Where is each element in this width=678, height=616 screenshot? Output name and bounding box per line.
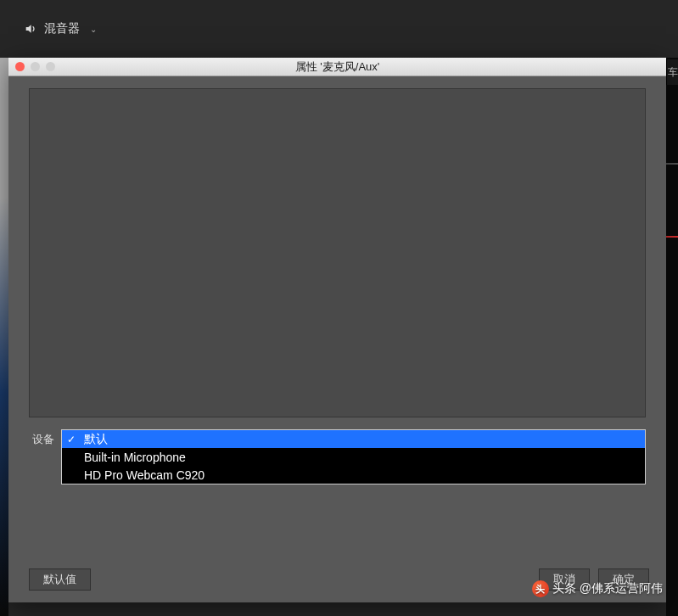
dialog-titlebar[interactable]: 属性 '麦克风/Aux' bbox=[8, 58, 666, 76]
device-option-builtin-mic[interactable]: Built-in Microphone bbox=[62, 448, 645, 466]
watermark-logo-icon: 头 bbox=[532, 580, 549, 597]
device-option-label: HD Pro Webcam C920 bbox=[84, 468, 205, 482]
chevron-down-icon: ⌄ bbox=[90, 25, 97, 34]
close-icon[interactable] bbox=[15, 62, 25, 71]
watermark-prefix: 头条 bbox=[552, 581, 576, 596]
side-tab-label: 车 bbox=[668, 65, 678, 80]
device-dropdown-menu: ✓ 默认 Built-in Microphone HD Pro Webcam C… bbox=[61, 429, 646, 484]
watermark: 头 头条 @佛系运营阿伟 bbox=[532, 580, 663, 597]
mixer-dropdown-button[interactable]: 混音器 ⌄ bbox=[15, 16, 105, 42]
minimize-icon[interactable] bbox=[31, 62, 40, 71]
zoom-icon[interactable] bbox=[46, 62, 55, 71]
mixer-label: 混音器 bbox=[44, 21, 80, 36]
check-icon: ✓ bbox=[67, 434, 76, 445]
red-indicator bbox=[666, 236, 678, 238]
side-tab[interactable]: 车 bbox=[666, 59, 678, 85]
background-left-strip bbox=[0, 58, 8, 616]
device-option-webcam[interactable]: HD Pro Webcam C920 bbox=[62, 466, 645, 484]
dialog-title: 属性 '麦克风/Aux' bbox=[8, 59, 666, 75]
properties-dialog: 属性 '麦克风/Aux' 设备 ▲▼ ✓ 默认 Built-in Microp bbox=[8, 58, 666, 602]
device-label: 设备 bbox=[29, 429, 61, 447]
side-separator bbox=[666, 163, 678, 165]
device-option-label: Built-in Microphone bbox=[84, 451, 186, 464]
watermark-text: @佛系运营阿伟 bbox=[580, 581, 663, 596]
speaker-icon bbox=[24, 22, 37, 36]
preview-area bbox=[29, 88, 646, 417]
background-right-strip bbox=[666, 58, 678, 616]
device-option-default[interactable]: ✓ 默认 bbox=[62, 430, 645, 448]
defaults-button[interactable]: 默认值 bbox=[29, 568, 91, 591]
device-option-label: 默认 bbox=[84, 432, 108, 447]
svg-marker-0 bbox=[26, 25, 31, 32]
window-controls bbox=[8, 62, 55, 71]
